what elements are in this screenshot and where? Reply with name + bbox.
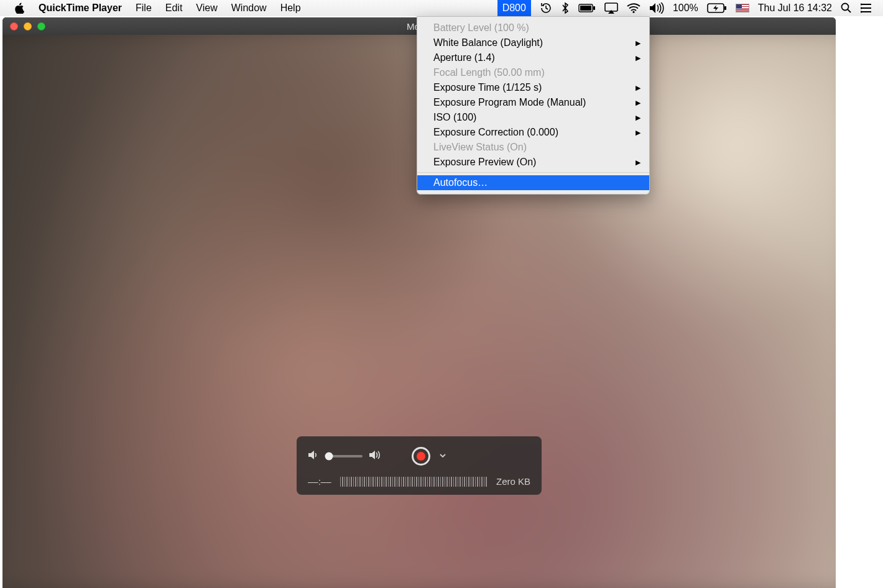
menu-item-label: Exposure Preview (On) <box>433 157 536 168</box>
battery-charging-icon[interactable] <box>707 3 727 13</box>
menu-item[interactable]: White Balance (Daylight)▶ <box>417 35 649 50</box>
menu-view[interactable]: View <box>196 2 217 14</box>
menu-item: Focal Length (50.00 mm) <box>417 65 649 80</box>
menu-item: Battery Level (100 %) <box>417 21 649 35</box>
menubar-left: QuickTime Player File Edit View Window H… <box>0 2 301 14</box>
menu-item[interactable]: ISO (100)▶ <box>417 110 649 125</box>
close-button[interactable] <box>10 22 18 30</box>
submenu-arrow-icon: ▶ <box>636 99 640 107</box>
spotlight-icon[interactable] <box>841 2 852 14</box>
battery-menu-icon[interactable] <box>578 4 596 12</box>
volume-high-icon <box>369 450 382 462</box>
svg-point-8 <box>861 4 862 6</box>
wifi-icon[interactable] <box>627 3 640 13</box>
camera-settings-dropdown: Battery Level (100 %)White Balance (Dayl… <box>417 16 650 195</box>
system-menubar: QuickTime Player File Edit View Window H… <box>0 0 883 16</box>
apple-logo-icon[interactable] <box>14 2 25 14</box>
svg-point-4 <box>632 11 634 13</box>
timemachine-icon[interactable] <box>540 2 552 14</box>
record-options-chevron[interactable] <box>439 451 446 462</box>
menu-window[interactable]: Window <box>231 2 267 14</box>
menu-separator <box>417 172 649 173</box>
menu-item[interactable]: Exposure Correction (0.000)▶ <box>417 125 649 140</box>
menu-item-label: Exposure Correction (0.000) <box>433 127 558 138</box>
menu-edit[interactable]: Edit <box>165 2 183 14</box>
menu-item[interactable]: Exposure Preview (On)▶ <box>417 155 649 170</box>
menu-item-autofocus[interactable]: Autofocus… <box>417 175 649 190</box>
svg-rect-6 <box>724 6 726 10</box>
hud-top-row <box>308 445 530 467</box>
recording-controls-hud: ––:–– Zero KB <box>297 436 542 495</box>
volume-slider[interactable] <box>325 455 363 457</box>
menu-item-label: LiveView Status (On) <box>433 142 527 153</box>
menu-item[interactable]: Exposure Time (1/125 s)▶ <box>417 80 649 95</box>
minimize-button[interactable] <box>24 22 32 30</box>
menu-item-label: Aperture (1.4) <box>433 52 495 63</box>
menu-item[interactable]: Exposure Program Mode (Manual)▶ <box>417 95 649 110</box>
menu-item-label: ISO (100) <box>433 112 476 123</box>
menu-item: LiveView Status (On) <box>417 140 649 155</box>
window-controls <box>2 22 45 30</box>
svg-point-10 <box>861 11 862 13</box>
svg-point-7 <box>842 4 849 11</box>
submenu-arrow-icon: ▶ <box>636 114 640 122</box>
airplay-icon[interactable] <box>604 2 618 14</box>
input-source-flag-icon[interactable] <box>736 4 749 12</box>
audio-level-meter <box>340 477 488 487</box>
record-indicator-icon <box>417 452 425 461</box>
hud-bottom-row: ––:–– Zero KB <box>308 476 530 487</box>
battery-percent: 100% <box>673 2 698 14</box>
menu-item-label: Exposure Time (1/125 s) <box>433 82 542 93</box>
submenu-arrow-icon: ▶ <box>636 84 640 92</box>
zoom-button[interactable] <box>37 22 45 30</box>
volume-icon[interactable] <box>649 2 664 14</box>
recording-size: Zero KB <box>496 476 530 487</box>
volume-slider-thumb[interactable] <box>325 452 333 461</box>
menu-item-label: White Balance (Daylight) <box>433 37 543 48</box>
volume-low-icon <box>308 450 319 462</box>
bluetooth-icon[interactable] <box>561 2 570 14</box>
menu-file[interactable]: File <box>136 2 152 14</box>
menu-item-label: Battery Level (100 %) <box>433 22 529 34</box>
submenu-arrow-icon: ▶ <box>636 39 640 47</box>
svg-rect-2 <box>593 6 595 10</box>
menu-help[interactable]: Help <box>280 2 301 14</box>
submenu-arrow-icon: ▶ <box>636 54 640 62</box>
recording-time: ––:–– <box>308 476 331 487</box>
submenu-arrow-icon: ▶ <box>636 158 640 167</box>
menu-item-label: Focal Length (50.00 mm) <box>433 67 545 78</box>
svg-point-9 <box>861 7 862 9</box>
menu-extra-camera[interactable]: D800 <box>497 0 531 16</box>
menubar-clock[interactable]: Thu Jul 16 14:32 <box>758 2 832 14</box>
menu-item-label: Autofocus… <box>433 177 488 188</box>
submenu-arrow-icon: ▶ <box>636 129 640 137</box>
menubar-right: D800 100% Thu Jul 16 14:32 <box>497 0 883 16</box>
svg-rect-1 <box>580 6 591 11</box>
notification-center-icon[interactable] <box>861 3 872 13</box>
record-button[interactable] <box>412 447 430 466</box>
menu-item[interactable]: Aperture (1.4)▶ <box>417 50 649 65</box>
menu-item-label: Exposure Program Mode (Manual) <box>433 97 586 108</box>
app-name[interactable]: QuickTime Player <box>39 2 122 14</box>
